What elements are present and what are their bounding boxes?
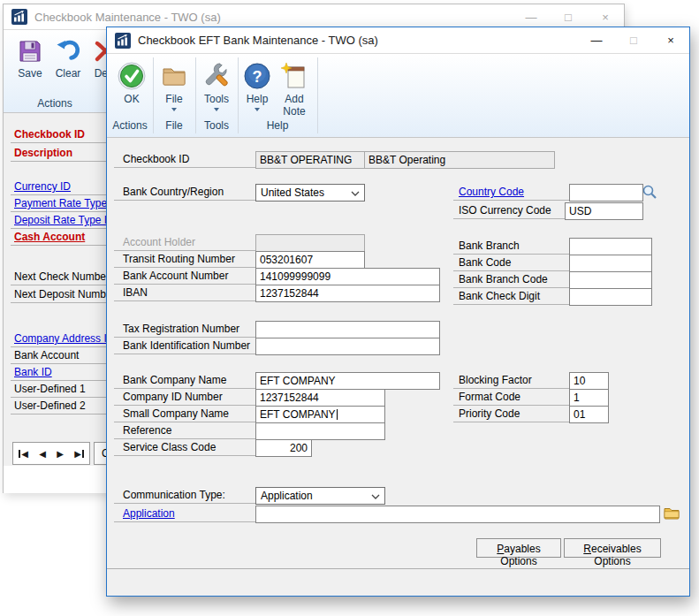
minimize-button[interactable]: — [513, 4, 550, 29]
payables-options-button[interactable]: Payables Options [476, 538, 561, 558]
floppy-disk-icon [16, 37, 44, 65]
window-title: Checkbook Maintenance - TWO (sa) [34, 11, 221, 24]
checkbook-id-name-field[interactable]: BB&T Operating [364, 151, 555, 169]
sidebar-item-checkbook-id: Checkbook ID [11, 125, 110, 143]
minimize-button[interactable]: — [578, 27, 615, 53]
transit-routing-field[interactable]: 053201607 [255, 251, 365, 269]
transit-routing-label: Transit Routing Number [114, 251, 255, 268]
format-code-label: Format Code [453, 389, 569, 406]
sidebar-item-bank-id[interactable]: Bank ID [11, 363, 110, 381]
iso-currency-code-label: ISO Currency Code [453, 202, 569, 219]
app-bar-chart-icon [11, 9, 27, 25]
eft-form-area: Checkbook ID Bank Country/Region Account… [107, 138, 689, 595]
bank-country-label: Bank Country/Region [114, 184, 255, 201]
group-label-actions: Actions [4, 97, 106, 110]
reference-field[interactable] [255, 422, 385, 440]
chevron-down-icon [351, 191, 360, 196]
toolbar: OK File Tools ? Help Add Note Actions Fi… [107, 53, 689, 138]
sidebar-item-user-defined-1: User-Defined 1 [11, 380, 110, 398]
sidebar-item-payment-rate-type-id[interactable]: Payment Rate Type ID [11, 194, 110, 212]
chevron-down-icon [255, 108, 260, 114]
blocking-factor-label: Blocking Factor [453, 372, 569, 389]
iban-field[interactable]: 1237152844 [255, 285, 440, 302]
small-company-name-field[interactable]: EFT COMPANY [255, 406, 385, 423]
app-bar-chart-icon [115, 33, 131, 49]
title-bar: Checkbook EFT Bank Maintenance - TWO (sa… [107, 27, 689, 53]
communication-type-label: Communication Type: [114, 487, 255, 504]
sidebar-item-next-deposit-number: Next Deposit Number [11, 285, 110, 303]
clear-button[interactable]: Clear [49, 37, 87, 80]
save-button[interactable]: Save [11, 37, 49, 80]
chevron-down-icon [371, 494, 380, 499]
bank-branch-code-label: Bank Branch Code [453, 271, 569, 288]
priority-code-label: Priority Code [453, 406, 569, 422]
bank-branch-code-field[interactable] [569, 271, 652, 289]
tax-registration-field[interactable] [255, 321, 440, 338]
bank-country-dropdown[interactable]: United States [255, 184, 365, 202]
add-note-button[interactable]: Add Note [275, 61, 314, 118]
blocking-factor-field[interactable]: 10 [569, 372, 609, 390]
iso-currency-code-field[interactable]: USD [565, 202, 643, 220]
window-title: Checkbook EFT Bank Maintenance - TWO (sa… [138, 34, 378, 47]
group-label-tools: Tools [195, 119, 238, 132]
priority-code-field[interactable]: 01 [569, 406, 609, 423]
close-button[interactable]: × [587, 4, 624, 29]
bank-branch-label: Bank Branch [453, 238, 569, 255]
sidebar-item-cash-account[interactable]: Cash Account [11, 228, 110, 246]
service-class-code-label: Service Class Code [114, 439, 255, 456]
company-id-number-field[interactable]: 1237152844 [255, 389, 385, 407]
maximize-button[interactable]: □ [550, 4, 587, 29]
reference-label: Reference [114, 422, 255, 439]
help-question-icon: ? [242, 61, 272, 91]
ok-button[interactable]: OK [112, 61, 151, 105]
chevron-down-icon [214, 108, 219, 114]
checkbook-id-code-field[interactable]: BB&T OPERATING [255, 151, 365, 169]
group-label-help: Help [238, 119, 317, 132]
sidebar-item-user-defined-2: User-Defined 2 [11, 397, 110, 414]
bank-company-name-field[interactable]: EFT COMPANY [255, 372, 440, 390]
first-record-button[interactable]: ◀ [19, 449, 28, 459]
note-star-icon [279, 61, 309, 91]
format-code-field[interactable]: 1 [569, 389, 609, 407]
sidebar-item-company-address-id[interactable]: Company Address ID [11, 330, 110, 347]
account-holder-label: Account Holder [114, 234, 255, 251]
account-holder-field[interactable] [255, 234, 365, 252]
receivables-options-button[interactable]: Receivables Options [564, 538, 661, 558]
bank-code-field[interactable] [569, 255, 652, 272]
application-field[interactable] [255, 506, 660, 523]
sidebar-item-bank-account: Bank Account [11, 346, 110, 364]
iban-label: IBAN [114, 285, 255, 301]
status-bar-separator [107, 568, 689, 569]
help-menu-button[interactable]: ? Help [239, 61, 275, 114]
country-code-link-label[interactable]: Country Code [453, 184, 569, 201]
lookup-magnifier-icon[interactable] [641, 183, 658, 201]
maximize-button[interactable]: □ [615, 27, 652, 53]
next-record-button[interactable]: ▶ [57, 449, 64, 459]
application-link-label[interactable]: Application [114, 506, 255, 522]
svg-text:?: ? [253, 68, 262, 86]
service-class-code-field[interactable]: 200 [255, 439, 312, 457]
title-bar: Checkbook Maintenance - TWO (sa) — □ × [4, 4, 624, 29]
file-menu-button[interactable]: File [155, 61, 194, 114]
bank-identification-field[interactable] [255, 338, 440, 355]
country-code-field[interactable] [569, 184, 643, 202]
sidebar-item-next-check-number: Next Check Number [11, 268, 110, 285]
sidebar-item-currency-id[interactable]: Currency ID [11, 178, 110, 195]
communication-type-dropdown[interactable]: Application [255, 487, 385, 505]
sidebar-item-deposit-rate-type-id[interactable]: Deposit Rate Type ID [11, 211, 110, 229]
bank-branch-field[interactable] [569, 238, 652, 255]
bank-account-number-field[interactable]: 141099999099 [255, 268, 440, 285]
bank-account-number-label: Bank Account Number [114, 268, 255, 285]
close-button[interactable]: × [652, 27, 689, 53]
checkbook-id-label: Checkbook ID [114, 151, 255, 168]
group-separator [317, 57, 318, 133]
tools-menu-button[interactable]: Tools [197, 61, 236, 114]
browse-folder-icon[interactable] [664, 506, 680, 520]
small-company-name-label: Small Company Name [114, 406, 255, 422]
undo-arrow-icon [54, 37, 82, 65]
last-record-button[interactable]: ▶ [74, 449, 84, 459]
group-label-actions: Actions [107, 119, 153, 132]
bank-check-digit-label: Bank Check Digit [453, 288, 569, 305]
previous-record-button[interactable]: ◀ [39, 449, 46, 459]
bank-check-digit-field[interactable] [569, 288, 652, 306]
